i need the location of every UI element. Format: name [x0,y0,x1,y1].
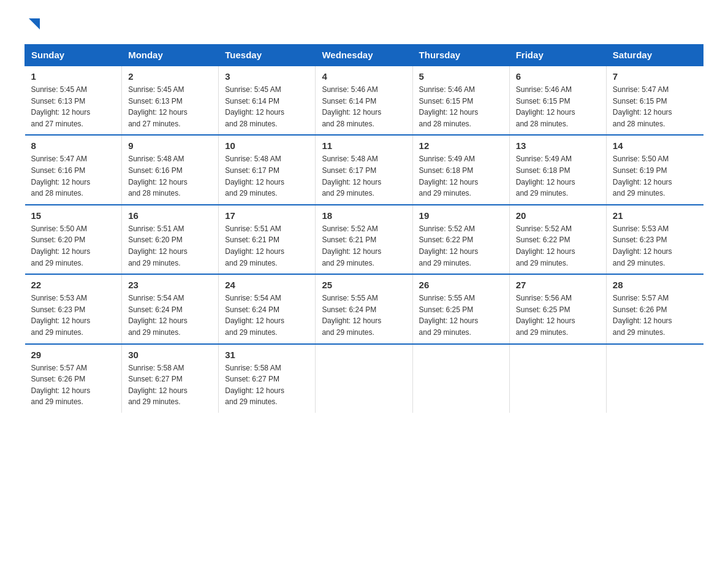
calendar-cell: 15 Sunrise: 5:50 AMSunset: 6:20 PMDaylig… [25,205,122,274]
day-info: Sunrise: 5:55 AMSunset: 6:24 PMDaylight:… [322,294,381,337]
calendar-cell [509,344,606,413]
day-info: Sunrise: 5:46 AMSunset: 6:15 PMDaylight:… [516,85,575,128]
day-number: 8 [31,140,116,151]
calendar-week-row: 29 Sunrise: 5:57 AMSunset: 6:26 PMDaylig… [25,344,703,413]
calendar-cell: 17 Sunrise: 5:51 AMSunset: 6:21 PMDaylig… [219,205,316,274]
day-info: Sunrise: 5:56 AMSunset: 6:25 PMDaylight:… [516,294,575,337]
day-number: 4 [322,71,406,82]
day-info: Sunrise: 5:52 AMSunset: 6:21 PMDaylight:… [322,224,381,267]
day-number: 17 [225,210,309,221]
day-number: 29 [31,350,116,360]
day-info: Sunrise: 5:55 AMSunset: 6:25 PMDaylight:… [419,294,479,337]
calendar-body: 1 Sunrise: 5:45 AMSunset: 6:13 PMDayligh… [25,66,703,413]
day-info: Sunrise: 5:53 AMSunset: 6:23 PMDaylight:… [613,224,672,267]
day-number: 27 [516,280,600,290]
day-number: 6 [516,71,600,82]
calendar-cell: 25 Sunrise: 5:55 AMSunset: 6:24 PMDaylig… [316,274,412,343]
day-number: 24 [225,280,309,290]
day-info: Sunrise: 5:47 AMSunset: 6:16 PMDaylight:… [31,155,91,197]
day-info: Sunrise: 5:54 AMSunset: 6:24 PMDaylight:… [128,294,188,337]
day-number: 10 [225,140,309,151]
calendar-cell: 19 Sunrise: 5:52 AMSunset: 6:22 PMDaylig… [412,205,509,274]
day-info: Sunrise: 5:45 AMSunset: 6:14 PMDaylight:… [225,85,284,128]
day-number: 19 [419,210,503,221]
day-number: 20 [516,210,600,221]
column-header-friday: Friday [509,45,606,66]
day-info: Sunrise: 5:48 AMSunset: 6:17 PMDaylight:… [225,155,284,197]
day-info: Sunrise: 5:51 AMSunset: 6:20 PMDaylight:… [128,224,188,267]
calendar-week-row: 22 Sunrise: 5:53 AMSunset: 6:23 PMDaylig… [25,274,703,343]
calendar-cell: 23 Sunrise: 5:54 AMSunset: 6:24 PMDaylig… [122,274,219,343]
day-info: Sunrise: 5:54 AMSunset: 6:24 PMDaylight:… [225,294,284,337]
day-number: 7 [613,71,697,82]
calendar-cell: 21 Sunrise: 5:53 AMSunset: 6:23 PMDaylig… [606,205,703,274]
calendar-header-row: SundayMondayTuesdayWednesdayThursdayFrid… [25,45,703,66]
day-info: Sunrise: 5:48 AMSunset: 6:16 PMDaylight:… [128,155,188,197]
calendar-cell: 28 Sunrise: 5:57 AMSunset: 6:26 PMDaylig… [606,274,703,343]
calendar-cell: 5 Sunrise: 5:46 AMSunset: 6:15 PMDayligh… [412,66,509,135]
day-info: Sunrise: 5:50 AMSunset: 6:19 PMDaylight:… [613,155,672,197]
day-number: 22 [31,280,116,290]
day-number: 15 [31,210,116,221]
day-info: Sunrise: 5:58 AMSunset: 6:27 PMDaylight:… [128,364,188,407]
day-info: Sunrise: 5:46 AMSunset: 6:14 PMDaylight:… [322,85,381,128]
day-number: 30 [128,350,212,360]
calendar-cell: 20 Sunrise: 5:52 AMSunset: 6:22 PMDaylig… [509,205,606,274]
day-info: Sunrise: 5:46 AMSunset: 6:15 PMDaylight:… [419,85,479,128]
calendar-week-row: 15 Sunrise: 5:50 AMSunset: 6:20 PMDaylig… [25,205,703,274]
calendar-cell: 16 Sunrise: 5:51 AMSunset: 6:20 PMDaylig… [122,205,219,274]
day-number: 9 [128,140,212,151]
column-header-saturday: Saturday [606,45,703,66]
day-number: 3 [225,71,309,82]
calendar-cell: 10 Sunrise: 5:48 AMSunset: 6:17 PMDaylig… [219,135,316,204]
column-header-monday: Monday [122,45,219,66]
day-info: Sunrise: 5:57 AMSunset: 6:26 PMDaylight:… [613,294,672,337]
calendar-cell: 13 Sunrise: 5:49 AMSunset: 6:18 PMDaylig… [509,135,606,204]
calendar-cell [412,344,509,413]
day-info: Sunrise: 5:45 AMSunset: 6:13 PMDaylight:… [31,85,91,128]
day-number: 26 [419,280,503,290]
day-number: 25 [322,280,406,290]
column-header-thursday: Thursday [412,45,509,66]
day-info: Sunrise: 5:48 AMSunset: 6:17 PMDaylight:… [322,155,381,197]
calendar-cell: 8 Sunrise: 5:47 AMSunset: 6:16 PMDayligh… [25,135,122,204]
day-number: 2 [128,71,212,82]
day-number: 31 [225,350,309,360]
day-number: 5 [419,71,503,82]
calendar-cell: 2 Sunrise: 5:45 AMSunset: 6:13 PMDayligh… [122,66,219,135]
calendar-cell: 31 Sunrise: 5:58 AMSunset: 6:27 PMDaylig… [219,344,316,413]
calendar-cell: 24 Sunrise: 5:54 AMSunset: 6:24 PMDaylig… [219,274,316,343]
day-number: 13 [516,140,600,151]
calendar-cell: 11 Sunrise: 5:48 AMSunset: 6:17 PMDaylig… [316,135,412,204]
calendar-cell: 18 Sunrise: 5:52 AMSunset: 6:21 PMDaylig… [316,205,412,274]
day-info: Sunrise: 5:52 AMSunset: 6:22 PMDaylight:… [419,224,479,267]
calendar-week-row: 1 Sunrise: 5:45 AMSunset: 6:13 PMDayligh… [25,66,703,135]
day-info: Sunrise: 5:51 AMSunset: 6:21 PMDaylight:… [225,224,284,267]
day-info: Sunrise: 5:53 AMSunset: 6:23 PMDaylight:… [31,294,91,337]
calendar-cell [316,344,412,413]
day-info: Sunrise: 5:52 AMSunset: 6:22 PMDaylight:… [516,224,575,267]
day-number: 14 [613,140,697,151]
calendar-cell: 6 Sunrise: 5:46 AMSunset: 6:15 PMDayligh… [509,66,606,135]
calendar-table: SundayMondayTuesdayWednesdayThursdayFrid… [25,44,703,413]
day-info: Sunrise: 5:49 AMSunset: 6:18 PMDaylight:… [419,155,479,197]
calendar-cell [606,344,703,413]
day-number: 1 [31,71,116,82]
page-header [25,18,703,32]
column-header-wednesday: Wednesday [316,45,412,66]
calendar-cell: 4 Sunrise: 5:46 AMSunset: 6:14 PMDayligh… [316,66,412,135]
calendar-cell: 22 Sunrise: 5:53 AMSunset: 6:23 PMDaylig… [25,274,122,343]
calendar-cell: 9 Sunrise: 5:48 AMSunset: 6:16 PMDayligh… [122,135,219,204]
calendar-cell: 12 Sunrise: 5:49 AMSunset: 6:18 PMDaylig… [412,135,509,204]
day-number: 21 [613,210,697,221]
day-number: 11 [322,140,406,151]
logo [25,18,40,32]
day-info: Sunrise: 5:45 AMSunset: 6:13 PMDaylight:… [128,85,188,128]
calendar-cell: 1 Sunrise: 5:45 AMSunset: 6:13 PMDayligh… [25,66,122,135]
calendar-cell: 14 Sunrise: 5:50 AMSunset: 6:19 PMDaylig… [606,135,703,204]
calendar-cell: 3 Sunrise: 5:45 AMSunset: 6:14 PMDayligh… [219,66,316,135]
calendar-cell: 29 Sunrise: 5:57 AMSunset: 6:26 PMDaylig… [25,344,122,413]
svg-marker-0 [29,18,40,29]
column-header-sunday: Sunday [25,45,122,66]
day-info: Sunrise: 5:49 AMSunset: 6:18 PMDaylight:… [516,155,575,197]
